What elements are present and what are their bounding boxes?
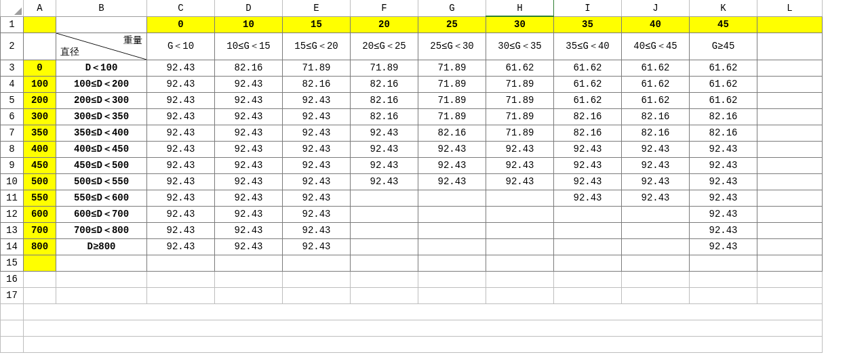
- cell-K8[interactable]: 92.43: [690, 141, 757, 157]
- cell-C7[interactable]: 92.43: [147, 125, 215, 141]
- cell-A5[interactable]: 200: [24, 92, 56, 108]
- cell-C5[interactable]: 92.43: [147, 92, 215, 108]
- cell-B5[interactable]: 200≤D＜300: [56, 92, 147, 108]
- row-header-15[interactable]: 15: [1, 255, 24, 271]
- cell-A2[interactable]: [24, 33, 56, 60]
- cell-J2[interactable]: 40≤G＜45: [622, 33, 690, 60]
- cell-J6[interactable]: 82.16: [622, 108, 690, 125]
- cell-C1[interactable]: 0: [147, 16, 215, 33]
- cell-A9[interactable]: 450: [24, 157, 56, 173]
- cell-F5[interactable]: 82.16: [351, 92, 418, 108]
- col-header-H[interactable]: H: [486, 0, 554, 16]
- cell-A10[interactable]: 500: [24, 173, 56, 190]
- col-header-D[interactable]: D: [215, 0, 283, 16]
- cell-I9[interactable]: 92.43: [554, 157, 622, 173]
- cell-D11[interactable]: 92.43: [215, 190, 283, 206]
- cell-C2[interactable]: G＜10: [147, 33, 215, 60]
- cell-C11[interactable]: 92.43: [147, 190, 215, 206]
- row-9[interactable]: 9450450≤D＜50092.4392.4392.4392.4392.4392…: [1, 157, 823, 173]
- cell-J10[interactable]: 92.43: [622, 173, 690, 190]
- cell-H2[interactable]: 30≤G＜35: [486, 33, 554, 60]
- cell-L5[interactable]: [757, 92, 823, 108]
- cell-B15[interactable]: [56, 255, 147, 271]
- row-16[interactable]: 16: [1, 271, 823, 287]
- cell-G1[interactable]: 25: [418, 16, 486, 33]
- cell-I7[interactable]: 82.16: [554, 125, 622, 141]
- cell-A7[interactable]: 350: [24, 125, 56, 141]
- cell-K6[interactable]: 82.16: [690, 108, 757, 125]
- cell-D1[interactable]: 10: [215, 16, 283, 33]
- cell-G4[interactable]: 71.89: [418, 76, 486, 92]
- cell-D9[interactable]: 92.43: [215, 157, 283, 173]
- cell-D13[interactable]: 92.43: [215, 222, 283, 238]
- cell-E6[interactable]: 92.43: [283, 108, 351, 125]
- row-header-9[interactable]: 9: [1, 157, 24, 173]
- col-header-E[interactable]: E: [283, 0, 351, 16]
- cell-F11[interactable]: [351, 190, 418, 206]
- cell-B7[interactable]: 350≤D＜400: [56, 125, 147, 141]
- cell-I4[interactable]: 61.62: [554, 76, 622, 92]
- cell-C13[interactable]: 92.43: [147, 222, 215, 238]
- cell-A3[interactable]: 0: [24, 60, 56, 76]
- cell-F8[interactable]: 92.43: [351, 141, 418, 157]
- cell-I10[interactable]: 92.43: [554, 173, 622, 190]
- cell-E9[interactable]: 92.43: [283, 157, 351, 173]
- row-11[interactable]: 11550550≤D＜60092.4392.4392.4392.4392.439…: [1, 190, 823, 206]
- cell-F2[interactable]: 20≤G＜25: [351, 33, 418, 60]
- col-header-G[interactable]: G: [418, 0, 486, 16]
- cell-B13[interactable]: 700≤D＜800: [56, 222, 147, 238]
- row-17[interactable]: 17: [1, 287, 823, 303]
- cell-H6[interactable]: 71.89: [486, 108, 554, 125]
- cell-K1[interactable]: 45: [690, 16, 757, 33]
- cell-G3[interactable]: 71.89: [418, 60, 486, 76]
- cell-L11[interactable]: [757, 190, 823, 206]
- cell-D7[interactable]: 92.43: [215, 125, 283, 141]
- spreadsheet-viewport[interactable]: A B C D E F G H I J K L 1 0 10 15 20 25 …: [0, 0, 868, 359]
- spreadsheet-grid[interactable]: A B C D E F G H I J K L 1 0 10 15 20 25 …: [0, 0, 823, 353]
- row-header-4[interactable]: 4: [1, 76, 24, 92]
- cell-D3[interactable]: 82.16: [215, 60, 283, 76]
- cell-E4[interactable]: 82.16: [283, 76, 351, 92]
- col-header-L[interactable]: L: [757, 0, 823, 16]
- row-14[interactable]: 14800D≥80092.4392.4392.4392.43: [1, 238, 823, 255]
- cell-L12[interactable]: [757, 206, 823, 222]
- row-13[interactable]: 13700700≤D＜80092.4392.4392.4392.43: [1, 222, 823, 238]
- row-2[interactable]: 2 重量 直径 G＜10 10≤G＜15 15≤G＜20 20≤G＜25 25≤…: [1, 33, 823, 60]
- cell-C8[interactable]: 92.43: [147, 141, 215, 157]
- cell-C4[interactable]: 92.43: [147, 76, 215, 92]
- cell-J8[interactable]: 92.43: [622, 141, 690, 157]
- cell-I15[interactable]: [554, 255, 622, 271]
- cell-I14[interactable]: [554, 238, 622, 255]
- cell-A14[interactable]: 800: [24, 238, 56, 255]
- cell-G11[interactable]: [418, 190, 486, 206]
- cell-D6[interactable]: 92.43: [215, 108, 283, 125]
- cell-L15[interactable]: [757, 255, 823, 271]
- cell-H1[interactable]: 30: [486, 16, 554, 33]
- cell-E5[interactable]: 92.43: [283, 92, 351, 108]
- cell-B14[interactable]: D≥800: [56, 238, 147, 255]
- cell-F3[interactable]: 71.89: [351, 60, 418, 76]
- cell-L4[interactable]: [757, 76, 823, 92]
- select-all-corner[interactable]: [1, 0, 24, 16]
- cell-I12[interactable]: [554, 206, 622, 222]
- cell-J5[interactable]: 61.62: [622, 92, 690, 108]
- cell-L14[interactable]: [757, 238, 823, 255]
- cell-J7[interactable]: 82.16: [622, 125, 690, 141]
- row-12[interactable]: 12600600≤D＜70092.4392.4392.4392.43: [1, 206, 823, 222]
- cell-L8[interactable]: [757, 141, 823, 157]
- cell-K10[interactable]: 92.43: [690, 173, 757, 190]
- row-header-2[interactable]: 2: [1, 33, 24, 60]
- cell-H13[interactable]: [486, 222, 554, 238]
- cell-J12[interactable]: [622, 206, 690, 222]
- row-header-3[interactable]: 3: [1, 60, 24, 76]
- col-header-F[interactable]: F: [351, 0, 418, 16]
- cell-I3[interactable]: 61.62: [554, 60, 622, 76]
- cell-F12[interactable]: [351, 206, 418, 222]
- cell-K2[interactable]: G≥45: [690, 33, 757, 60]
- row-15[interactable]: 15: [1, 255, 823, 271]
- cell-B4[interactable]: 100≤D＜200: [56, 76, 147, 92]
- cell-D4[interactable]: 92.43: [215, 76, 283, 92]
- cell-K12[interactable]: 92.43: [690, 206, 757, 222]
- cell-D2[interactable]: 10≤G＜15: [215, 33, 283, 60]
- cell-G5[interactable]: 71.89: [418, 92, 486, 108]
